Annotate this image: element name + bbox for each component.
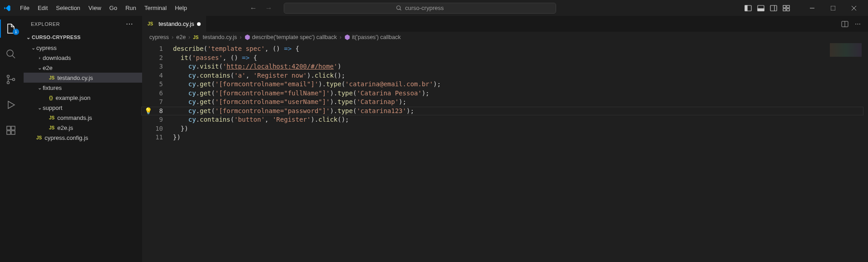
breadcrumbs[interactable]: cypress › e2e › JStestando.cy.js › descr… [142,32,868,43]
menu-edit[interactable]: Edit [34,3,51,13]
symbol-method-icon [344,34,350,40]
svg-rect-13 [831,6,835,10]
tree-file[interactable]: JSe2e.js [24,123,142,133]
window-close-button[interactable] [843,0,864,16]
chevron-icon: ⌄ [36,85,43,91]
window-maximize-button[interactable] [823,0,843,16]
tree-file[interactable]: JScommands.js [24,113,142,123]
menu-file[interactable]: File [16,3,33,13]
svg-point-18 [7,75,10,78]
line-number: 9 [154,115,163,124]
menu-run[interactable]: Run [122,3,140,13]
tree-folder[interactable]: ⌄fixtures [24,83,142,93]
tree-item-label: cypress [36,44,57,51]
tab-label: testando.cy.js [158,20,194,27]
tree-file[interactable]: JStestando.cy.js [24,73,142,83]
file-tree: ⌄cypress›downloads⌄e2eJStestando.cy.js⌄f… [22,43,142,143]
toggle-secondary-sidebar-icon[interactable] [770,5,777,12]
split-editor-icon[interactable] [841,20,848,28]
js-file-icon: JS [49,75,54,80]
crumb-symbol[interactable]: describe('template spec') callback [252,34,337,40]
svg-rect-24 [11,131,15,134]
nav-arrows: ← → [250,4,272,12]
svg-rect-5 [758,9,764,11]
command-center-search[interactable]: curso-crypress [284,3,556,14]
svg-rect-11 [787,9,789,11]
js-file-icon: JS [148,21,153,26]
code-editor[interactable]: 💡 1234567891011 describe('template spec'… [142,43,868,262]
editor-tabs: JS testando.cy.js ⋯ [142,16,868,32]
chevron-icon: ⌄ [36,105,43,111]
tree-item-label: support [43,104,62,111]
svg-point-20 [13,79,15,81]
search-icon [396,5,402,11]
editor-more-button[interactable]: ⋯ [855,20,862,27]
tree-folder[interactable]: ⌄e2e [24,63,142,73]
activity-source-control[interactable] [0,70,22,89]
tree-folder[interactable]: ⌄cypress [24,43,142,53]
menu-go[interactable]: Go [106,3,121,13]
toggle-panel-icon[interactable] [757,5,764,12]
menu-selection[interactable]: Selection [52,3,84,13]
chevron-down-icon: ⌄ [25,35,32,40]
line-number: 5 [154,80,163,89]
menu-bar: File Edit Selection View Go Run Terminal… [16,3,191,13]
tree-item-label: e2e [43,64,53,71]
line-number: 6 [154,89,163,98]
crumb-file[interactable]: testando.cy.js [203,34,237,40]
tree-folder[interactable]: ›downloads [24,53,142,63]
source-control-icon [5,74,16,85]
menu-view[interactable]: View [85,3,105,13]
line-number: 11 [154,133,163,142]
toggle-primary-sidebar-icon[interactable] [745,5,752,12]
search-icon [5,49,16,59]
chevron-icon: ⌄ [36,65,43,71]
lightbulb-icon[interactable]: 💡 [144,107,152,116]
tree-item-label: commands.js [57,114,92,121]
menu-terminal[interactable]: Terminal [141,3,170,13]
line-number: 7 [154,98,163,107]
tree-file[interactable]: JScypress.config.js [24,133,142,143]
tree-item-label: example.json [56,94,91,101]
svg-line-1 [400,9,401,10]
sidebar-title: EXPLORER [31,21,60,27]
workspace-root[interactable]: ⌄ CURSO-CRYPRESS [22,32,142,43]
line-number: 3 [154,62,163,71]
crumb-folder[interactable]: cypress [149,34,169,40]
activity-search[interactable] [0,45,22,63]
title-bar: File Edit Selection View Go Run Terminal… [0,0,868,16]
crumb-folder[interactable]: e2e [176,34,186,40]
activity-run-debug[interactable] [0,96,22,114]
explorer-badge: 1 [13,29,19,35]
svg-rect-3 [745,5,747,11]
activity-bar: 1 [0,16,22,262]
tree-folder[interactable]: ⌄support [24,103,142,113]
activity-extensions[interactable] [0,121,22,139]
nav-back-button[interactable]: ← [250,4,257,12]
chevron-icon: ⌄ [30,45,36,51]
line-number: 8 [154,107,163,116]
menu-help[interactable]: Help [171,3,191,13]
window-minimize-button[interactable] [802,0,823,16]
svg-line-17 [12,55,15,58]
search-placeholder: curso-crypress [405,5,444,11]
tree-item-label: e2e.js [57,124,73,131]
svg-rect-22 [11,126,15,130]
customize-layout-icon[interactable] [783,5,790,12]
minimap[interactable] [830,43,862,57]
svg-rect-10 [783,9,786,11]
tree-item-label: testando.cy.js [57,74,93,81]
tree-item-label: fixtures [43,84,62,91]
tab-testando[interactable]: JS testando.cy.js [142,16,207,32]
js-file-icon: JS [193,35,198,40]
code-content[interactable]: describe('template spec', () => { it('pa… [173,43,868,262]
tree-file[interactable]: {}example.json [24,93,142,103]
crumb-symbol[interactable]: it('passes') callback [352,34,401,40]
svg-point-0 [397,5,400,9]
js-file-icon: JS [49,125,54,130]
activity-explorer[interactable]: 1 [0,20,22,38]
sidebar-more-button[interactable]: ⋯ [126,20,134,28]
line-number: 4 [154,71,163,80]
nav-forward-button[interactable]: → [265,4,272,12]
svg-rect-23 [7,131,10,134]
